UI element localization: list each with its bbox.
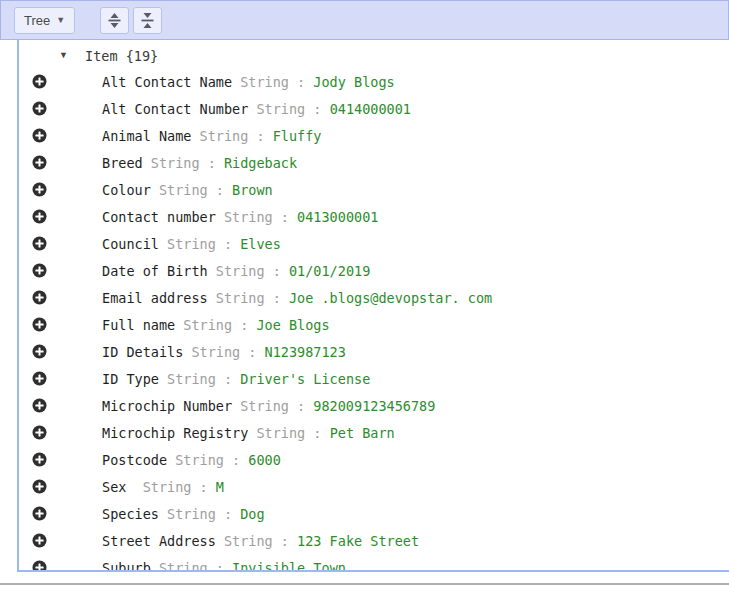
root-item-label: Item {19} (85, 48, 158, 64)
tree-mode-dropdown[interactable]: Tree ▼ (14, 7, 75, 34)
expand-plus-icon[interactable] (31, 506, 47, 522)
tree-row: Alt Contact Name String : Jody Blogs (19, 68, 729, 95)
expand-plus-icon[interactable] (31, 425, 47, 441)
field-value[interactable]: Jody Blogs (313, 74, 394, 90)
field-type-label: String : (240, 398, 305, 414)
field-key: Microchip Registry (102, 425, 248, 441)
field-value[interactable]: Driver's License (240, 371, 370, 387)
field-type-label: String : (216, 290, 281, 306)
expand-plus-icon[interactable] (31, 398, 47, 414)
json-tree-panel: ▼ Item {19} Alt Contact Name String : Jo… (17, 40, 729, 572)
collapse-all-button[interactable] (133, 7, 162, 34)
field-value[interactable]: Ridgeback (224, 155, 297, 171)
dropdown-caret-icon: ▼ (56, 15, 65, 25)
expand-plus-icon[interactable] (31, 74, 47, 90)
expand-plus-icon[interactable] (31, 101, 47, 117)
tree-rows: Alt Contact Name String : Jody Blogs Alt… (19, 68, 729, 572)
expand-plus-icon[interactable] (31, 128, 47, 144)
field-value[interactable]: N123987123 (265, 344, 346, 360)
expand-plus-icon[interactable] (31, 182, 47, 198)
field-type-label: String : (183, 317, 248, 333)
field-value[interactable]: 01/01/2019 (289, 263, 370, 279)
field-type-label: String : (256, 101, 321, 117)
field-value[interactable]: Joe Blogs (256, 317, 329, 333)
expand-all-icon (106, 12, 123, 29)
field-type-label: String : (224, 533, 289, 549)
field-type-label: String : (159, 560, 224, 573)
tree-row: Animal Name String : Fluffy (19, 122, 729, 149)
field-type-label: String : (159, 182, 224, 198)
field-key: Street Address (102, 533, 216, 549)
expand-plus-icon[interactable] (31, 479, 47, 495)
field-key: Contact number (102, 209, 216, 225)
field-type-label: String : (167, 506, 232, 522)
field-key: Email address (102, 290, 208, 306)
tree-row: Sex String : M (19, 473, 729, 500)
tree-row: ID Type String : Driver's License (19, 365, 729, 392)
tree-row: Council String : Elves (19, 230, 729, 257)
tree-row: Street Address String : 123 Fake Street (19, 527, 729, 554)
expand-plus-icon[interactable] (31, 533, 47, 549)
tree-row: ID Details String : N123987123 (19, 338, 729, 365)
field-key: Microchip Number (102, 398, 232, 414)
field-key: Sex (102, 479, 135, 495)
field-type-label: String : (167, 371, 232, 387)
field-value[interactable]: 123 Fake Street (297, 533, 419, 549)
tree-row: Colour String : Brown (19, 176, 729, 203)
field-value[interactable]: Invisible Town (232, 560, 346, 573)
field-type-label: String : (216, 263, 281, 279)
field-type-label: String : (224, 209, 289, 225)
field-key: ID Details (102, 344, 183, 360)
field-key: ID Type (102, 371, 159, 387)
field-type-label: String : (151, 155, 216, 171)
expand-all-button[interactable] (100, 7, 129, 34)
tree-row: Alt Contact Number String : 0414000001 (19, 95, 729, 122)
field-value[interactable]: M (216, 479, 224, 495)
expand-plus-icon[interactable] (31, 317, 47, 333)
tree-row: Postcode String : 6000 (19, 446, 729, 473)
tree-row: Microchip Registry String : Pet Barn (19, 419, 729, 446)
field-type-label: String : (240, 74, 305, 90)
field-value[interactable]: Dog (240, 506, 264, 522)
field-type-label: String : (143, 479, 208, 495)
field-type-label: String : (175, 452, 240, 468)
collapse-caret-icon[interactable]: ▼ (59, 51, 71, 60)
expand-plus-icon[interactable] (31, 290, 47, 306)
tree-row: Full name String : Joe Blogs (19, 311, 729, 338)
tree-row: Breed String : Ridgeback (19, 149, 729, 176)
field-value[interactable]: Brown (232, 182, 273, 198)
expand-plus-icon[interactable] (31, 236, 47, 252)
expand-plus-icon[interactable] (31, 344, 47, 360)
expand-plus-icon[interactable] (31, 452, 47, 468)
field-key: Full name (102, 317, 175, 333)
field-key: Breed (102, 155, 143, 171)
field-value[interactable]: Joe .blogs@devopstar. com (289, 290, 492, 306)
field-value[interactable]: 982009123456789 (313, 398, 435, 414)
expand-plus-icon[interactable] (31, 371, 47, 387)
field-value[interactable]: Pet Barn (330, 425, 395, 441)
tree-row: Microchip Number String : 98200912345678… (19, 392, 729, 419)
field-value[interactable]: 0413000001 (297, 209, 378, 225)
field-key: Suburb (102, 560, 151, 573)
field-key: Alt Contact Number (102, 101, 248, 117)
field-value[interactable]: Elves (240, 236, 281, 252)
expand-plus-icon[interactable] (31, 560, 47, 573)
field-key: Date of Birth (102, 263, 208, 279)
tree-row: Contact number String : 0413000001 (19, 203, 729, 230)
json-editor-toolbar: Tree ▼ (0, 0, 729, 40)
field-key: Alt Contact Name (102, 74, 232, 90)
expand-plus-icon[interactable] (31, 155, 47, 171)
tree-row: Species String : Dog (19, 500, 729, 527)
field-key: Species (102, 506, 159, 522)
field-type-label: String : (167, 236, 232, 252)
field-value[interactable]: 0414000001 (330, 101, 411, 117)
field-key: Council (102, 236, 159, 252)
expand-plus-icon[interactable] (31, 209, 47, 225)
field-value[interactable]: 6000 (248, 452, 281, 468)
expand-plus-icon[interactable] (31, 263, 47, 279)
field-value[interactable]: Fluffy (273, 128, 322, 144)
tree-row: Email address String : Joe .blogs@devops… (19, 284, 729, 311)
page-divider (0, 583, 729, 585)
field-key: Animal Name (102, 128, 191, 144)
tree-row: Date of Birth String : 01/01/2019 (19, 257, 729, 284)
